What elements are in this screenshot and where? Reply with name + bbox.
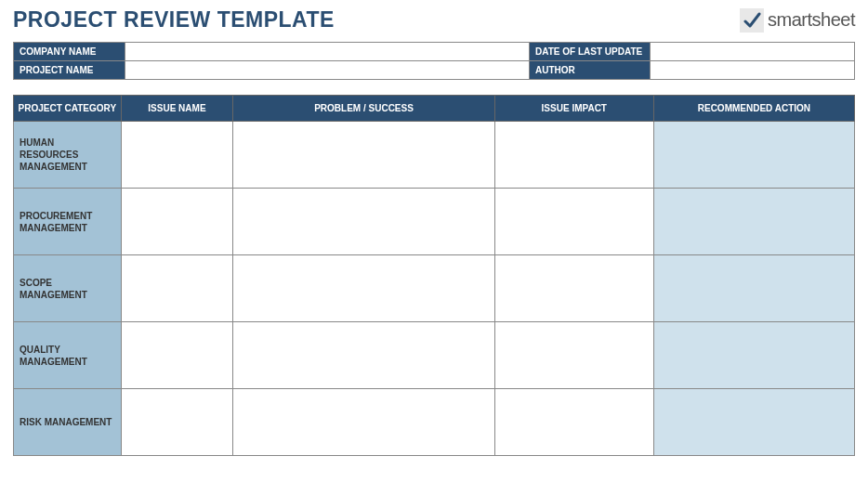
problem-cell[interactable] (233, 389, 495, 456)
brand-logo: smartsheet (740, 8, 855, 33)
problem-cell[interactable] (233, 189, 495, 255)
category-cell: PROCUREMENT MANAGEMENT (14, 189, 122, 255)
category-cell: QUALITY MANAGEMENT (14, 322, 122, 389)
action-cell[interactable] (653, 122, 854, 189)
project-name-value[interactable] (125, 61, 530, 80)
issue-cell[interactable] (121, 189, 233, 255)
company-name-value[interactable] (125, 43, 530, 61)
col-header-impact: ISSUE IMPACT (494, 96, 653, 122)
problem-cell[interactable] (233, 322, 495, 389)
review-table: PROJECT CATEGORY ISSUE NAME PROBLEM / SU… (13, 95, 855, 456)
problem-cell[interactable] (233, 122, 495, 189)
header: PROJECT REVIEW TEMPLATE smartsheet (13, 7, 855, 33)
impact-cell[interactable] (494, 189, 653, 255)
company-name-label: COMPANY NAME (14, 43, 125, 61)
date-last-update-label: DATE OF LAST UPDATE (530, 43, 651, 61)
col-header-problem: PROBLEM / SUCCESS (233, 96, 495, 122)
action-cell[interactable] (653, 322, 854, 389)
checkmark-icon (740, 8, 764, 33)
impact-cell[interactable] (494, 255, 653, 322)
project-name-label: PROJECT NAME (14, 61, 125, 80)
meta-table: COMPANY NAME DATE OF LAST UPDATE PROJECT… (13, 42, 855, 80)
table-row: QUALITY MANAGEMENT (14, 322, 855, 389)
table-row: PROCUREMENT MANAGEMENT (14, 189, 855, 255)
issue-cell[interactable] (121, 322, 233, 389)
problem-cell[interactable] (233, 255, 495, 322)
date-last-update-value[interactable] (651, 43, 855, 61)
author-label: AUTHOR (530, 61, 651, 80)
table-header-row: PROJECT CATEGORY ISSUE NAME PROBLEM / SU… (14, 96, 855, 122)
issue-cell[interactable] (121, 255, 233, 322)
col-header-category: PROJECT CATEGORY (14, 96, 122, 122)
author-value[interactable] (651, 61, 855, 80)
action-cell[interactable] (653, 255, 854, 322)
impact-cell[interactable] (494, 389, 653, 456)
category-cell: HUMAN RESOURCES MANAGEMENT (14, 122, 122, 189)
impact-cell[interactable] (494, 322, 653, 389)
category-cell: RISK MANAGEMENT (14, 389, 122, 456)
action-cell[interactable] (653, 389, 854, 456)
brand-name: smartsheet (768, 9, 855, 31)
issue-cell[interactable] (121, 122, 233, 189)
table-row: HUMAN RESOURCES MANAGEMENT (14, 122, 855, 189)
issue-cell[interactable] (121, 389, 233, 456)
impact-cell[interactable] (494, 122, 653, 189)
col-header-issue: ISSUE NAME (121, 96, 233, 122)
table-row: RISK MANAGEMENT (14, 389, 855, 456)
col-header-action: RECOMMENDED ACTION (653, 96, 854, 122)
table-row: SCOPE MANAGEMENT (14, 255, 855, 322)
action-cell[interactable] (653, 189, 854, 255)
category-cell: SCOPE MANAGEMENT (14, 255, 122, 322)
page-title: PROJECT REVIEW TEMPLATE (13, 7, 335, 33)
